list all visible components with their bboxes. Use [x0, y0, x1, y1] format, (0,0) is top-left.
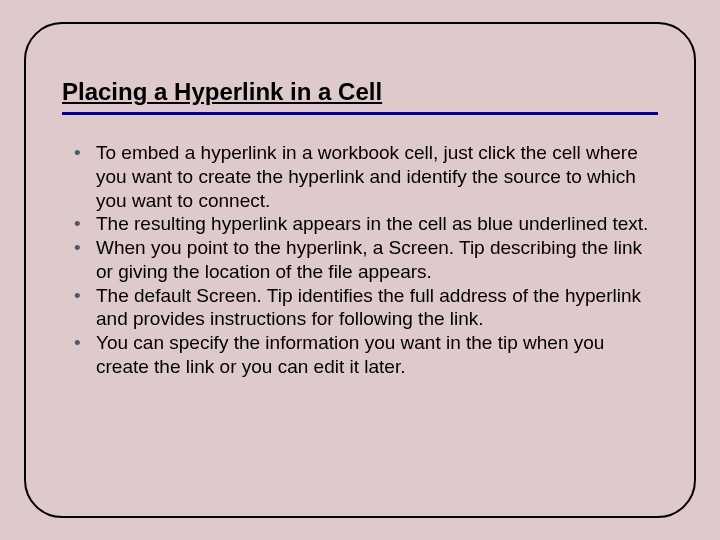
slide-frame: Placing a Hyperlink in a Cell To embed a… — [24, 22, 696, 518]
list-item: The resulting hyperlink appears in the c… — [68, 212, 658, 236]
title-divider — [62, 112, 658, 115]
list-item: You can specify the information you want… — [68, 331, 658, 379]
list-item: When you point to the hyperlink, a Scree… — [68, 236, 658, 284]
slide-title: Placing a Hyperlink in a Cell — [62, 78, 658, 106]
list-item: The default Screen. Tip identifies the f… — [68, 284, 658, 332]
list-item: To embed a hyperlink in a workbook cell,… — [68, 141, 658, 212]
bullet-list: To embed a hyperlink in a workbook cell,… — [62, 141, 658, 379]
